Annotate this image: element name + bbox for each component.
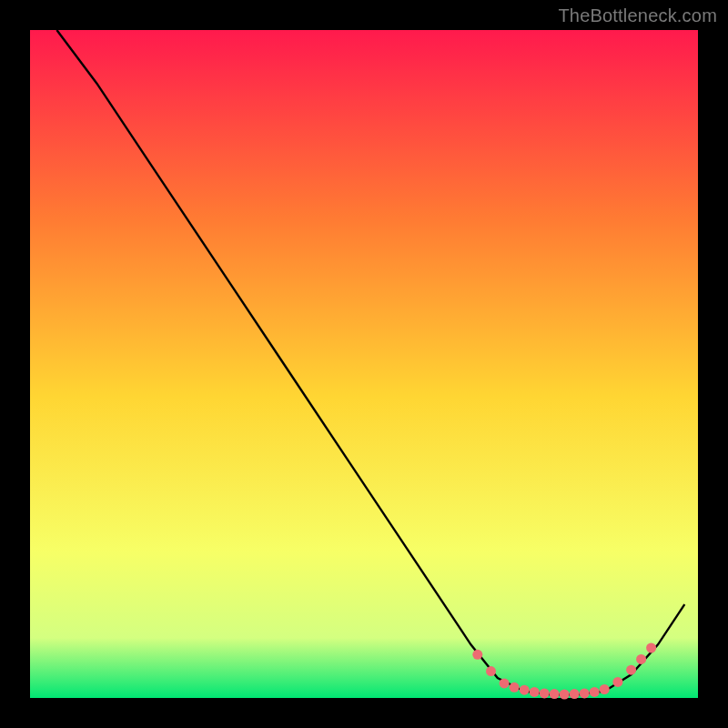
marker-dot <box>560 690 570 700</box>
marker-dot <box>510 682 520 693</box>
marker-dot <box>550 689 560 699</box>
marker-dot <box>500 678 510 688</box>
marker-dot <box>600 684 610 694</box>
marker-dot <box>520 685 530 695</box>
marker-dot <box>646 643 656 653</box>
marker-dot <box>612 677 622 687</box>
marker-dot <box>580 688 590 698</box>
marker-dot <box>626 665 636 675</box>
marker-dot <box>540 688 550 698</box>
marker-dot <box>530 687 540 697</box>
chart-svg <box>0 0 728 728</box>
marker-dot <box>570 689 580 699</box>
chart-frame: TheBottleneck.com <box>0 0 728 728</box>
plot-background <box>30 30 698 698</box>
marker-dot <box>636 654 646 664</box>
marker-dot <box>486 666 496 676</box>
marker-dot <box>590 687 600 697</box>
marker-dot <box>472 650 482 660</box>
